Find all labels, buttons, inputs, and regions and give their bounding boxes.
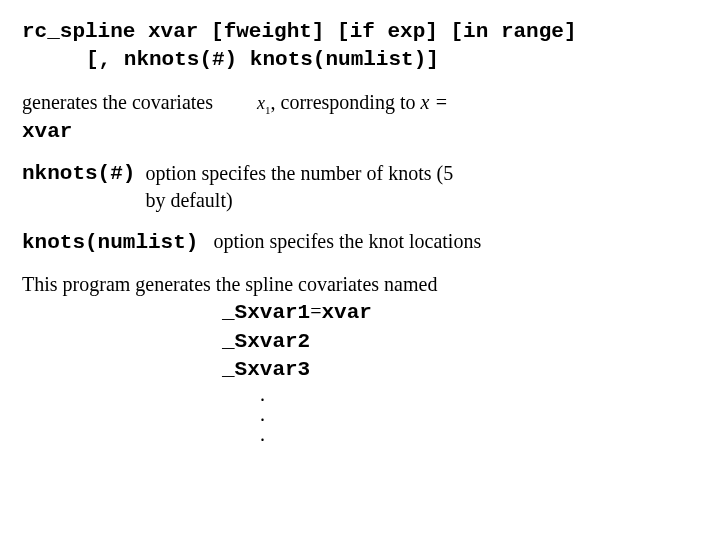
cov1: _Sxvar1 [222,299,310,327]
program-block: This program generates the spline covari… [22,271,704,444]
gen-overlap: , corresponding to [271,91,421,113]
syntax-line1: rc_spline xvar [fweight] [if exp] [in ra… [22,18,704,46]
dot1: . [222,384,704,404]
knots-label: knots(numlist) [22,231,198,254]
nknots-label: nknots(#) [22,160,135,188]
program-text: This program generates the spline covari… [22,271,704,298]
cov1-rhs: xvar [322,299,372,327]
option-nknots: nknots(#) option specifes the number of … [22,160,704,214]
math-x1: x [257,93,265,113]
generates-prefix: generates the covariates [22,91,213,113]
covariate-row-1: _Sxvar1 = xvar [222,298,704,327]
knots-desc: option specifes the knot locations [213,230,481,252]
dot3: . [222,424,704,444]
covariate-list: _Sxvar1 = xvar _Sxvar2 _Sxvar3 . . . [22,298,704,444]
nknots-desc: option specifes the number of knots (5 b… [145,160,475,214]
cov2: _Sxvar2 [222,328,310,356]
gen-xeq: x = [421,91,448,113]
cov3: _Sxvar3 [222,356,310,384]
syntax-block: rc_spline xvar [fweight] [if exp] [in ra… [22,18,704,75]
option-knots: knots(numlist) option specifes the knot … [22,228,704,257]
dot2: . [222,404,704,424]
covariate-row-3: _Sxvar3 [222,356,704,384]
xvar-token: xvar [22,118,704,146]
generates-block: generates the covariates x1, correspondi… [22,89,704,146]
syntax-line2: [, nknots(#) knots(numlist)] [22,46,704,74]
covariate-row-2: _Sxvar2 [222,328,704,356]
cov1-eq: = [310,298,321,325]
